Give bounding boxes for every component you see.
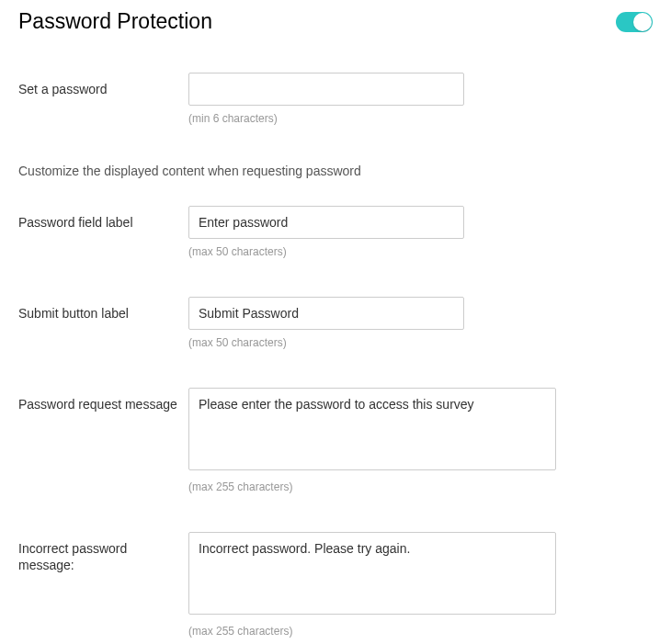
- password-request-message-input[interactable]: [188, 388, 556, 470]
- incorrect-password-message-input[interactable]: [188, 532, 556, 615]
- submit-button-label-label: Submit button label: [18, 306, 129, 321]
- request-message-label: Password request message: [18, 397, 177, 412]
- set-password-label: Set a password: [18, 82, 108, 96]
- toggle-knob: [633, 13, 652, 31]
- incorrect-message-label: Incorrect password message:: [18, 541, 127, 572]
- field-label-hint: (max 50 characters): [188, 245, 464, 258]
- submit-label-hint: (max 50 characters): [188, 336, 464, 349]
- page-title: Password Protection: [18, 9, 212, 34]
- password-field-label-input[interactable]: [188, 206, 464, 239]
- password-protection-toggle[interactable]: [616, 12, 653, 32]
- section-description: Customize the displayed content when req…: [18, 164, 653, 178]
- set-password-hint: (min 6 characters): [188, 112, 464, 125]
- submit-button-label-input[interactable]: [188, 297, 464, 330]
- set-password-input[interactable]: [188, 73, 464, 106]
- incorrect-message-hint: (max 255 characters): [188, 625, 556, 638]
- field-label-label: Password field label: [18, 215, 133, 230]
- request-message-hint: (max 255 characters): [188, 480, 556, 493]
